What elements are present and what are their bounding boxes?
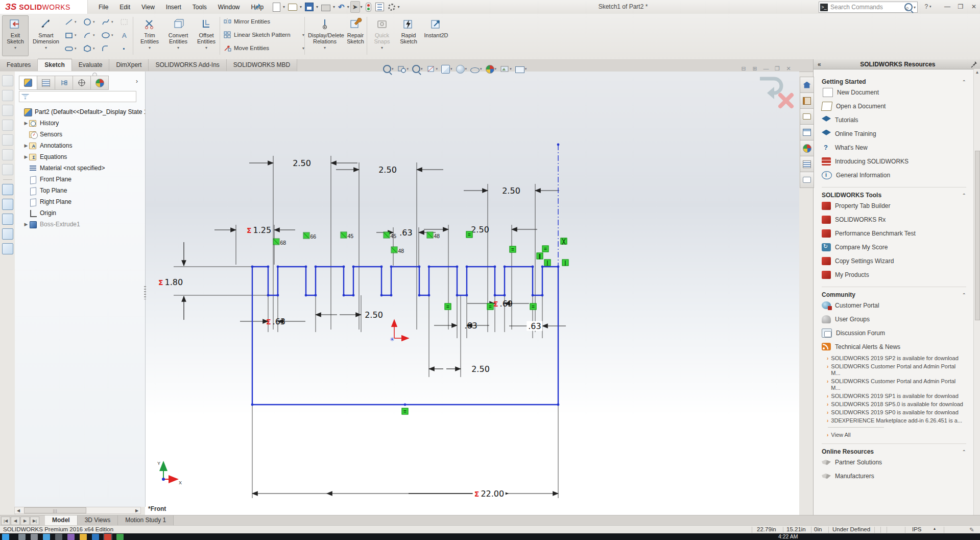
confirmation-corner[interactable] [756,76,797,111]
menu-tools[interactable]: Tools [188,2,211,13]
collapse-pane-icon[interactable]: « [818,61,821,68]
taskpane-item-copy-settings-wizard[interactable]: Copy Settings Wizard [822,254,966,268]
restore-button[interactable]: ❐ [955,2,966,11]
convert-entities-button[interactable]: Convert Entities▾ [163,15,193,56]
side-tab-home[interactable] [800,77,814,93]
sketch-tool-polygon[interactable]: ▾ [83,43,96,54]
taskpane-item-partner-solutions[interactable]: Partner Solutions [822,455,966,469]
news-link-solidworks-2019-sp0-is-avail[interactable]: ›SOLIDWORKS 2019 SP0 is available for do… [827,409,966,416]
sketch-tool-spline[interactable]: ▾ [101,17,114,27]
print-button[interactable] [319,1,332,13]
search-icon[interactable]: ⌕ [904,3,913,11]
trim-entities-dropdown-icon[interactable]: ▾ [136,45,163,50]
undo-dropdown-icon[interactable]: ▾ [347,5,349,9]
news-link-3dexperience-marketplace-add[interactable]: ›3DEXPERIENCE Marketplace add-in 6.26.45… [827,417,966,424]
select-cursor-button[interactable]: ➤ [350,1,360,13]
dock-icon-wire-cube-back[interactable] [2,105,13,116]
expand-arrow-icon[interactable]: ▶ [23,222,29,227]
tree-filter-bar[interactable] [19,91,136,102]
taskbar-icon-app4[interactable] [116,534,124,540]
dock-icon-sphere-view[interactable] [2,164,13,175]
expand-arrow-icon[interactable]: ▶ [23,154,29,159]
appearances-button[interactable]: ▾ [485,64,498,75]
tree-item-annotations[interactable]: ▶AAnnotations [15,140,145,151]
repair-sketch-button[interactable]: Repair Sketch [343,15,368,56]
convert-entities-dropdown-icon[interactable]: ▾ [164,45,193,50]
news-link-solidworks-2018-sp5-0-is-ava[interactable]: ›SOLIDWORKS 2018 SP5.0 is available for … [827,401,966,408]
dock-icon-monitor-view[interactable] [2,214,13,225]
menu-view[interactable]: View [137,2,159,13]
dock-icon-wire-cube-iso[interactable] [2,149,13,160]
tab-evaluate[interactable]: Evaluate [72,59,110,71]
section-header-online-resources[interactable]: Online Resources⌃ [822,443,966,455]
units-dropdown-icon[interactable]: ▴ [934,526,936,531]
taskpane-item-tutorials[interactable]: Tutorials [822,113,966,127]
view-all-link[interactable]: ›View All [827,432,966,438]
offset-entities-dropdown-icon[interactable]: ▾ [194,45,219,50]
tree-item-material-not-specified[interactable]: Material <not specified> [15,162,145,174]
taskbar-icon-solidworks[interactable] [104,534,111,540]
dock-icon-world-view[interactable] [2,228,13,240]
collapse-section-icon[interactable]: ⌃ [962,292,966,298]
help-button[interactable]: ?▾ [922,2,934,11]
model-tab-model[interactable]: Model [45,515,78,526]
expand-arrow-icon[interactable]: ▶ [23,143,29,148]
dock-icon-wire-cube-right[interactable] [2,134,13,146]
search-commands-box[interactable]: >_ Search Commands ⌕ ▾ [819,2,918,13]
save-dropdown-icon[interactable]: ▾ [316,5,318,9]
new-document-button[interactable] [271,1,282,13]
new-document-dropdown-icon[interactable]: ▾ [283,5,285,9]
display-delete-relations-dropdown-icon[interactable]: ▾ [308,45,342,50]
scrollbar-thumb[interactable]: ||| [24,507,86,513]
sketch-tool-plane[interactable] [119,17,133,27]
tree-tab-featuremanager[interactable] [19,76,37,90]
sketch-tool-circle[interactable]: ▾ [83,17,96,27]
tree-tab-propertymanager[interactable] [37,76,55,90]
dock-icon-cylinder-view[interactable] [2,243,13,254]
side-tab-appearances[interactable] [800,140,814,156]
menu-file[interactable]: File [94,2,113,13]
zoom-fit-button[interactable]: ▾ [382,64,395,74]
sketch-tool-arc[interactable]: ▾ [83,30,96,40]
scroll-right-icon[interactable]: ▶ [133,508,140,513]
trim-entities-button[interactable]: Trim Entities▾ [136,15,163,56]
print-dropdown-icon[interactable]: ▾ [333,5,335,9]
taskpane-item-new-document[interactable]: New Document [822,85,966,99]
side-tab-file-explorer[interactable] [800,109,814,125]
taskbar-icon-task-view[interactable] [31,534,38,540]
hide-show-items-button[interactable]: ▾ [469,64,483,74]
exit-sketch-dropdown-icon[interactable]: ▾ [3,45,28,50]
search-input[interactable]: Search Commands [830,4,904,11]
display-delete-relations-button[interactable]: Display/Delete Relations▾ [307,15,342,56]
taskbar-icon-start[interactable] [2,534,9,540]
pin-pane-icon[interactable] [970,60,978,68]
view-orientation-button[interactable]: ▾ [440,64,453,75]
minimize-button[interactable]: — [942,2,953,11]
tree-item-history[interactable]: ▶History [15,118,145,129]
tab-dimxpert[interactable]: DimXpert [109,59,149,71]
taskpane-item-manufacturers[interactable]: Manufacturers [822,469,966,483]
dock-icon-corner-rectangle[interactable] [2,184,13,195]
tree-tab-displaymanager[interactable] [91,76,109,90]
move-entities-dropdown-icon[interactable]: ▾ [302,46,304,51]
expand-arrow-icon[interactable]: ▶ [23,121,29,126]
news-link-solidworks-customer-portal-a[interactable]: ›SOLIDWORKS Customer Portal and Admin Po… [827,378,966,391]
instant2d-button[interactable]: Instant2D [422,15,450,56]
tree-tab-configurationmanager[interactable] [55,76,73,90]
undo-button[interactable]: ↶ [336,1,347,13]
dock-left-icon[interactable]: ⊟ [739,65,748,72]
side-tab-forum[interactable] [800,172,814,188]
taskpane-item-property-tab-builder[interactable]: Property Tab Builder [822,199,966,213]
mirror-entities-button[interactable]: Mirror Entities [224,16,304,27]
collapse-section-icon[interactable]: ⌃ [962,193,966,198]
tree-tab-dimxpertmanager[interactable] [73,76,91,90]
tab-next-icon[interactable]: ▶ [20,516,30,525]
taskpane-item-what-s-new[interactable]: What's New [822,140,966,154]
dock-icon-iso-cube[interactable] [2,75,13,86]
doc-minimize-icon[interactable]: — [762,65,770,72]
taskbar-icon-app1[interactable] [43,534,50,540]
pin-menu-icon[interactable] [254,3,262,11]
dock-right-icon[interactable]: ⊞ [751,65,759,72]
smart-dimension-dropdown-icon[interactable]: ▾ [30,45,62,50]
exit-sketch-button[interactable]: Exit Sketch▾ [2,15,29,56]
